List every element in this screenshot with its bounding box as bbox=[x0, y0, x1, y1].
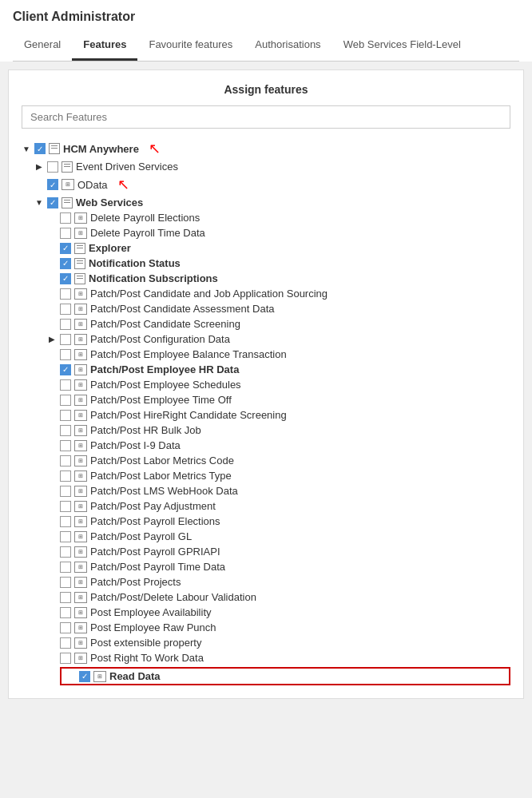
checkbox-pppe[interactable] bbox=[60, 516, 71, 527]
api-icon-pplmsw: ⊞ bbox=[74, 486, 87, 497]
ppes-label: Patch/Post Employee Schedules bbox=[90, 379, 241, 391]
checkbox-ppehr[interactable] bbox=[60, 364, 71, 375]
pp-pay-adj-row: ⊞ Patch/Post Pay Adjustment bbox=[47, 498, 510, 514]
checkbox-postea[interactable] bbox=[60, 607, 71, 618]
api-icon-postext: ⊞ bbox=[74, 637, 87, 649]
checkbox-event-driven[interactable] bbox=[47, 161, 58, 173]
ppdlv-label: Patch/Post/Delete Labour Validation bbox=[90, 591, 256, 603]
chevron-event-driven[interactable] bbox=[34, 162, 44, 172]
tab-general[interactable]: General bbox=[13, 30, 72, 61]
ppprojcts-label: Patch/Post Projects bbox=[90, 576, 181, 588]
pp-emp-hr-row: ⊞ Patch/Post Employee HR Data bbox=[47, 362, 510, 377]
tab-webservices[interactable]: Web Services Field-Level bbox=[332, 30, 472, 61]
checkbox-ppcj[interactable] bbox=[60, 288, 71, 300]
notification-subs-row: Notification Subscriptions bbox=[47, 271, 510, 286]
pplmsw-label: Patch/Post LMS WebHook Data bbox=[90, 485, 238, 497]
pp-emp-schedules-row: ⊞ Patch/Post Employee Schedules bbox=[47, 377, 510, 392]
checkbox-ppgpri[interactable] bbox=[60, 546, 71, 558]
api-icon-ppcj: ⊞ bbox=[74, 288, 87, 300]
posterp-label: Post Employee Raw Punch bbox=[90, 621, 216, 633]
tab-favourite[interactable]: Favourite features bbox=[137, 30, 244, 61]
checkbox-posterp[interactable] bbox=[60, 622, 71, 633]
checkbox-ppcd[interactable] bbox=[60, 334, 71, 345]
event-driven-label: Event Driven Services bbox=[76, 161, 178, 173]
pp-payroll-elections-row: ⊞ Patch/Post Payroll Elections bbox=[47, 514, 510, 529]
page-icon-ns bbox=[74, 258, 85, 269]
checkbox-pplmc[interactable] bbox=[60, 455, 71, 466]
post-emp-availability-row: ⊞ Post Employee Availability bbox=[47, 605, 510, 620]
pppe-label: Patch/Post Payroll Elections bbox=[90, 515, 220, 527]
api-icon-postrw: ⊞ bbox=[74, 653, 87, 664]
page-icon-hcm bbox=[49, 143, 60, 154]
api-icon-pphrbulk: ⊞ bbox=[74, 425, 87, 436]
api-icon-ppca: ⊞ bbox=[74, 304, 87, 315]
api-icon-pplmt: ⊞ bbox=[74, 470, 87, 482]
api-icon-ppprojcts: ⊞ bbox=[74, 577, 87, 588]
api-icon-odata: ⊞ bbox=[62, 179, 74, 190]
chevron-hcm[interactable] bbox=[22, 144, 31, 153]
nsubs-label: Notification Subscriptions bbox=[89, 272, 218, 284]
pp-payroll-time-data-row: ⊞ Patch/Post Payroll Time Data bbox=[47, 559, 510, 574]
tree-root-row: HCM Anywhere ↖ bbox=[22, 138, 510, 159]
chevron-webservices[interactable] bbox=[34, 198, 44, 208]
api-icon-pphr: ⊞ bbox=[74, 410, 87, 421]
checkbox-pphrbulk[interactable] bbox=[60, 425, 71, 436]
checkbox-odata[interactable] bbox=[47, 179, 58, 190]
pp-emp-time-off-row: ⊞ Patch/Post Employee Time Off bbox=[47, 392, 510, 407]
page-header: Client Administrator General Features Fa… bbox=[0, 0, 532, 62]
checkbox-explorer[interactable] bbox=[60, 243, 71, 254]
pp-candidate-screening-row: ⊞ Patch/Post Candidate Screening bbox=[47, 316, 510, 332]
checkbox-pphr[interactable] bbox=[60, 410, 71, 421]
pp-emp-balance-row: ⊞ Patch/Post Employee Balance Transactio… bbox=[47, 347, 510, 362]
checkbox-postext[interactable] bbox=[60, 637, 71, 649]
checkbox-ppebt[interactable] bbox=[60, 349, 71, 360]
chevron-ppcd[interactable] bbox=[47, 335, 57, 344]
pppayrtd-label: Patch/Post Payroll Time Data bbox=[90, 561, 225, 573]
checkbox-ppgl[interactable] bbox=[60, 531, 71, 542]
odata-label: OData bbox=[77, 179, 108, 191]
hcm-anywhere-label: HCM Anywhere bbox=[63, 143, 139, 155]
checkbox-dptd[interactable] bbox=[60, 228, 71, 239]
api-icon-pplmc: ⊞ bbox=[74, 455, 87, 466]
pp-candidate-job-row: ⊞ Patch/Post Candidate and Job Applicati… bbox=[47, 286, 510, 301]
api-icon-pppe: ⊞ bbox=[74, 516, 87, 527]
checkbox-nsubs[interactable] bbox=[60, 273, 71, 284]
api-icon-dptd: ⊞ bbox=[74, 228, 87, 239]
checkbox-ppprojcts[interactable] bbox=[60, 577, 71, 588]
ppi9-label: Patch/Post I-9 Data bbox=[90, 439, 181, 451]
search-input[interactable] bbox=[22, 105, 510, 129]
checkbox-readdata[interactable] bbox=[79, 671, 90, 682]
checkbox-ppcs[interactable] bbox=[60, 319, 71, 330]
pp-i9-row: ⊞ Patch/Post I-9 Data bbox=[47, 438, 510, 453]
checkbox-hcm[interactable] bbox=[34, 143, 46, 154]
checkbox-webservices[interactable] bbox=[47, 197, 58, 208]
postrw-label: Post Right To Work Data bbox=[90, 652, 204, 664]
api-icon-ppcd: ⊞ bbox=[74, 334, 87, 345]
checkbox-postrw[interactable] bbox=[60, 653, 71, 664]
pplmt-label: Patch/Post Labor Metrics Type bbox=[90, 470, 232, 482]
pp-delete-labour-row: ⊞ Patch/Post/Delete Labour Validation bbox=[47, 590, 510, 605]
checkbox-ppes[interactable] bbox=[60, 379, 71, 391]
tabs: General Features Favourite features Auth… bbox=[13, 30, 519, 62]
checkbox-ns[interactable] bbox=[60, 258, 71, 269]
checkbox-pplmsw[interactable] bbox=[60, 486, 71, 497]
checkbox-ppca[interactable] bbox=[60, 304, 71, 315]
api-icon-ppgl: ⊞ bbox=[74, 531, 87, 542]
checkbox-ppeto[interactable] bbox=[60, 395, 71, 406]
postext-label: Post extensible property bbox=[90, 637, 201, 649]
checkbox-dpe[interactable] bbox=[60, 212, 71, 224]
tab-authorisations[interactable]: Authorisations bbox=[244, 30, 332, 61]
pp-payroll-gl-row: ⊞ Patch/Post Payroll GL bbox=[47, 529, 510, 544]
api-icon-readdata: ⊞ bbox=[93, 671, 106, 682]
checkbox-ppi9[interactable] bbox=[60, 440, 71, 451]
page-icon-nsubs bbox=[74, 273, 85, 284]
pp-payroll-gpriapi-row: ⊞ Patch/Post Payroll GPRIAPI bbox=[47, 544, 510, 559]
api-icon-pppayrtd: ⊞ bbox=[74, 562, 87, 573]
checkbox-pplmt[interactable] bbox=[60, 470, 71, 482]
explorer-label: Explorer bbox=[89, 242, 131, 254]
checkbox-pppayrtd[interactable] bbox=[60, 562, 71, 573]
tab-features[interactable]: Features bbox=[72, 30, 137, 61]
api-icon-ppdlv: ⊞ bbox=[74, 592, 87, 603]
checkbox-ppdlv[interactable] bbox=[60, 592, 71, 603]
checkbox-pppay[interactable] bbox=[60, 501, 71, 512]
